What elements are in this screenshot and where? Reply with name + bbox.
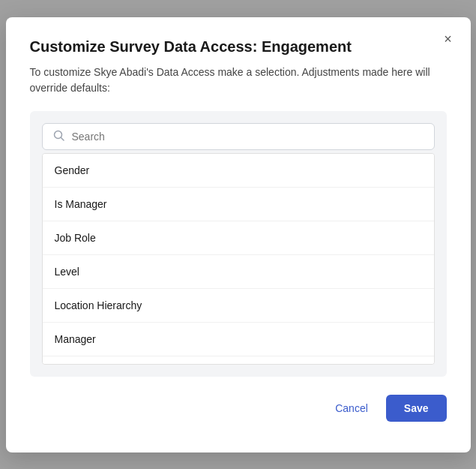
dropdown-area: GenderIs ManagerJob RoleLevelLocation Hi…: [42, 153, 435, 365]
list-item[interactable]: Is Manager: [43, 188, 434, 221]
list-item[interactable]: Job Role: [43, 221, 434, 255]
list-item[interactable]: Manager Email: [43, 356, 434, 364]
svg-line-1: [61, 137, 64, 140]
modal-dialog: × Customize Survey Data Access: Engageme…: [6, 17, 471, 452]
list-item[interactable]: Manager: [43, 323, 434, 356]
search-icon: [53, 130, 64, 143]
cancel-button[interactable]: Cancel: [326, 396, 377, 420]
search-input[interactable]: [72, 131, 424, 143]
list-item[interactable]: Gender: [43, 154, 434, 188]
modal-description: To customize Skye Abadi's Data Access ma…: [30, 65, 447, 96]
dropdown-list-scroll[interactable]: GenderIs ManagerJob RoleLevelLocation Hi…: [43, 154, 434, 364]
save-button[interactable]: Save: [386, 395, 447, 422]
modal-overlay: × Customize Survey Data Access: Engageme…: [0, 0, 476, 469]
modal-title: Customize Survey Data Access: Engagement: [30, 38, 447, 56]
modal-footer: Cancel Save: [30, 395, 447, 422]
search-bar[interactable]: [42, 123, 435, 150]
close-button[interactable]: ×: [438, 29, 459, 50]
close-icon: ×: [444, 32, 452, 47]
list-item[interactable]: Level: [43, 255, 434, 289]
dropdown-list-container: GenderIs ManagerJob RoleLevelLocation Hi…: [42, 153, 435, 365]
list-item[interactable]: Location Hierarchy: [43, 289, 434, 323]
content-area: GenderIs ManagerJob RoleLevelLocation Hi…: [30, 111, 447, 377]
